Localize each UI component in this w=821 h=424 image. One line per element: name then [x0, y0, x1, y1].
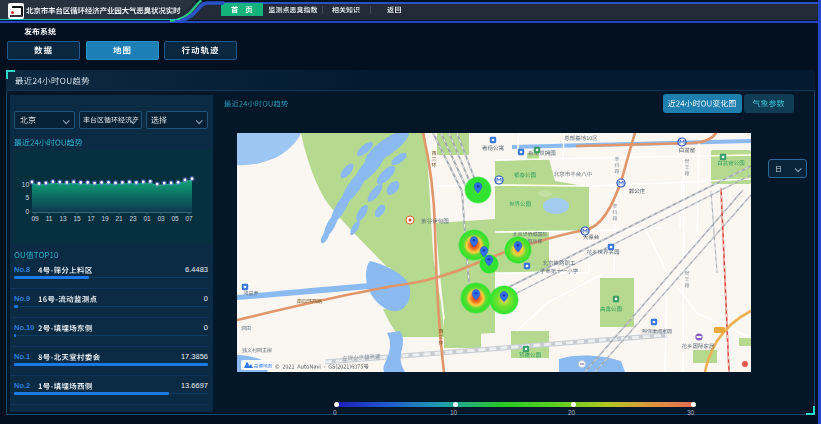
- svg-text:13: 13: [59, 215, 67, 222]
- svg-text:17: 17: [87, 215, 95, 222]
- svg-text:10: 10: [22, 181, 30, 188]
- svg-text:05: 05: [171, 215, 179, 222]
- svg-text:03: 03: [157, 215, 165, 222]
- svg-text:15: 15: [73, 215, 81, 222]
- svg-text:19: 19: [101, 215, 109, 222]
- svg-text:5: 5: [25, 194, 29, 201]
- svg-text:01: 01: [143, 215, 151, 222]
- svg-text:0: 0: [25, 208, 29, 215]
- svg-text:09: 09: [31, 215, 39, 222]
- svg-text:23: 23: [129, 215, 137, 222]
- svg-text:11: 11: [46, 215, 53, 222]
- svg-text:07: 07: [185, 215, 193, 222]
- svg-text:21: 21: [115, 215, 123, 222]
